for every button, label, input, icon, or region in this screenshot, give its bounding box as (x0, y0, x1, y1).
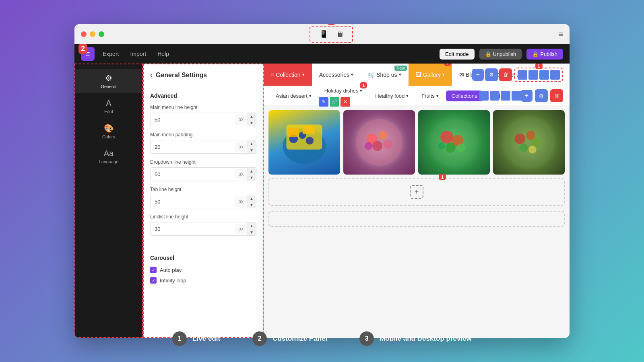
legend-num-2: 2 (252, 331, 267, 346)
preview-area: ≡ Collection ▾ Accessories ▾ 🛒 Shop us ▾… (264, 64, 570, 338)
gallery-edit-badge: 1 (444, 64, 451, 66)
linklist-line-height-stepper: ▲ ▼ (247, 222, 256, 235)
autoplay-checkbox[interactable] (150, 267, 157, 273)
subnav-right-controls: + ⚙ 🗑 (521, 89, 563, 102)
subnav-edit-btn[interactable]: ✎ (319, 97, 328, 107)
subnav-item-asian[interactable]: Asian dessert ▾ (270, 90, 317, 101)
unpublish-button[interactable]: 🔒 Unpublish (479, 49, 522, 60)
stepper-down-2[interactable]: ▼ (247, 147, 256, 153)
svg-point-18 (438, 142, 445, 150)
dropdown-line-height-input-row: px ▲ ▼ (150, 167, 256, 181)
nav-add-btn-blue[interactable]: + (472, 69, 484, 81)
subnav-delete-btn[interactable]: ✕ (341, 97, 350, 107)
gallery-image-2 (343, 110, 415, 175)
infinity-loop-checkbox[interactable] (150, 277, 157, 284)
stepper-up-5[interactable]: ▲ (247, 222, 256, 229)
hamburger-icon[interactable]: ≡ (558, 30, 563, 39)
linklist-line-height-input[interactable] (151, 224, 235, 234)
nav-item-collection[interactable]: ≡ Collection ▾ (264, 64, 312, 86)
fruit-svg-4 (493, 110, 565, 175)
stepper-up-3[interactable]: ▲ (247, 168, 256, 174)
nav-item-accessories[interactable]: Accessories ▾ (312, 64, 361, 86)
stepper-down[interactable]: ▼ (247, 119, 256, 126)
publish-button[interactable]: 🔒 Publish (526, 49, 563, 60)
main-menu-line-height-input[interactable] (151, 114, 235, 125)
browser-titlebar-center: 3 📱 🖥 (107, 26, 555, 43)
stepper-up-2[interactable]: ▲ (247, 140, 256, 147)
subnav-add-btn[interactable]: + (521, 90, 533, 102)
dropdown-line-height-unit: px (235, 169, 247, 179)
stepper-down-3[interactable]: ▼ (247, 174, 256, 181)
subnav-item-fruits[interactable]: Fruits ▾ (416, 90, 444, 101)
import-button[interactable]: Import (127, 49, 149, 59)
accessories-arrow: ▾ (351, 72, 353, 77)
advanced-title: Advanced (150, 93, 256, 99)
align-justify-btn[interactable] (550, 70, 560, 80)
site-nav: ≡ Collection ▾ Accessories ▾ 🛒 Shop us ▾… (264, 64, 570, 86)
gallery-img-inner-1 (268, 110, 340, 175)
align-btn-3[interactable] (501, 91, 510, 101)
mobile-preview-btn[interactable]: 📱 (317, 29, 330, 39)
subnav-item-collections[interactable]: Collections (446, 90, 483, 101)
align-btn-2[interactable] (490, 91, 500, 101)
sidebar-item-font[interactable]: A Font (75, 95, 142, 118)
main-menu-line-height-input-row: px ▲ ▼ (150, 113, 256, 126)
dropdown-line-height-label: Dropdown line height (150, 159, 256, 165)
menu-icon-button[interactable]: ≡ 2 (81, 47, 95, 61)
subnav-align-controls (479, 91, 521, 101)
settings-back-button[interactable]: ‹ (150, 71, 153, 79)
main-menu-line-height-group: Main menu line height px ▲ ▼ (150, 105, 256, 126)
gallery-img-inner-4 (493, 110, 565, 175)
subnav-settings-btn[interactable]: ⚙ (535, 89, 548, 102)
svg-rect-5 (288, 128, 299, 137)
tab-line-height-input-row: px ▲ ▼ (150, 195, 256, 208)
subnav-link-btn[interactable]: 🔗 (330, 97, 339, 107)
sidebar-item-general[interactable]: ⚙ General (75, 69, 142, 93)
stepper-up[interactable]: ▲ (247, 113, 256, 119)
stepper-down-4[interactable]: ▼ (247, 202, 256, 208)
main-content: ⚙ General A Font 🎨 Colors Aa Language ‹ … (74, 64, 570, 338)
svg-point-20 (514, 134, 525, 144)
svg-point-9 (378, 131, 387, 140)
publish-icon: 🔒 (532, 51, 539, 57)
sidebar-item-language[interactable]: Aa Language (75, 145, 142, 168)
nav-item-gallery[interactable]: 🖼 Gallery ▾ 1 (409, 64, 452, 86)
nav-settings-btn[interactable]: ⚙ (485, 68, 498, 81)
align-right-btn[interactable] (539, 70, 549, 80)
nav-item-shopus[interactable]: 🛒 Shop us ▾ New (361, 64, 408, 86)
add-section-button[interactable]: + (410, 185, 423, 199)
help-button[interactable]: Help (154, 49, 172, 59)
lock-icon: 🔒 (485, 51, 491, 57)
browser-titlebar: 3 📱 🖥 ≡ (74, 24, 570, 44)
export-button[interactable]: Export (99, 49, 122, 59)
fruits-arrow: ▾ (436, 93, 439, 99)
nav-action-buttons: + ⚙ 🗑 (472, 68, 512, 81)
sidebar-item-colors[interactable]: 🎨 Colors (75, 119, 142, 143)
settings-panel: ‹ General Settings Advanced Main menu li… (143, 64, 264, 338)
traffic-light-red[interactable] (81, 31, 87, 37)
align-left-btn[interactable] (518, 70, 527, 80)
colors-icon: 🎨 (104, 123, 114, 133)
stepper-up-4[interactable]: ▲ (247, 195, 256, 202)
traffic-light-yellow[interactable] (90, 31, 95, 37)
linklist-line-height-unit: px (235, 224, 247, 234)
gallery-image-4 (493, 110, 565, 175)
traffic-light-green[interactable] (99, 31, 104, 37)
svg-point-19 (506, 119, 552, 166)
main-menu-padding-input[interactable] (151, 142, 235, 152)
align-btn-4[interactable] (512, 91, 521, 101)
stepper-down-5[interactable]: ▼ (247, 229, 256, 235)
dropdown-line-height-input[interactable] (151, 169, 235, 180)
subnav-item-healthy[interactable]: Healthy food ▾ (369, 90, 414, 101)
browser-window: 3 📱 🖥 ≡ ≡ 2 Export Import Help Edit mode… (74, 24, 570, 338)
tab-line-height-input[interactable] (151, 196, 235, 207)
desktop-preview-btn[interactable]: 🖥 (334, 29, 346, 39)
align-center-btn[interactable] (528, 70, 538, 80)
subnav-delete-btn2[interactable]: 🗑 (550, 89, 563, 102)
svg-point-12 (384, 140, 393, 149)
align-btn-1[interactable] (479, 91, 489, 101)
sub-nav: Asian dessert ▾ 1 Holiday dishes ▾ ✎ 🔗 ✕ (264, 86, 570, 105)
badge-2: 2 (78, 44, 87, 54)
edit-mode-button[interactable]: Edit mode (440, 49, 475, 60)
nav-delete-btn[interactable]: 🗑 (499, 68, 512, 81)
